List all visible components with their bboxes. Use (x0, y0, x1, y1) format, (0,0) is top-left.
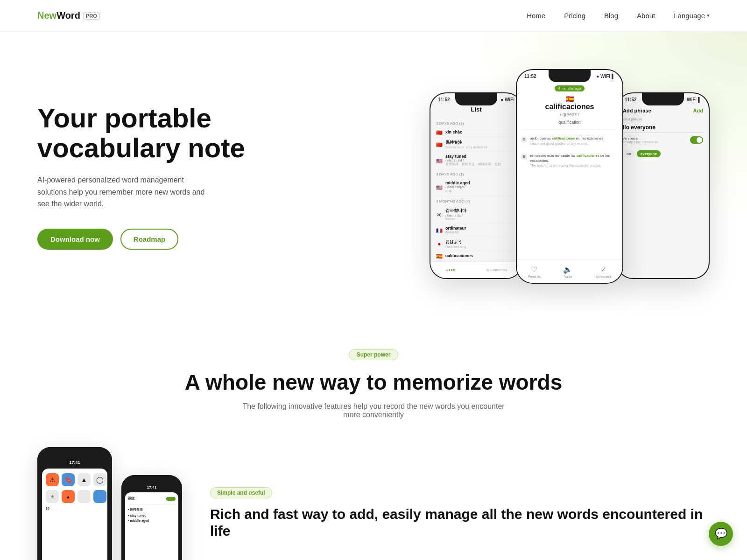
list-item[interactable]: 🇰🇷 감사합니다 / kæmz dʒ / thanks (436, 205, 516, 224)
logo-pro: PRO (83, 12, 100, 20)
months-badge: 4 months ago (555, 85, 585, 91)
sentence-1: ☰ recibí buenas calificaciones en mis ex… (517, 133, 622, 149)
chevron-down-icon: ▾ (707, 13, 710, 19)
features-section: Super power A whole new way to memorize … (0, 312, 747, 560)
group-label-0: 2 DAYS AGO (3) (436, 121, 516, 126)
right-phrase-section: cted phrase llo everyone ve space change… (617, 115, 709, 148)
right-title: Add phrase (623, 108, 651, 113)
feature-phone-1: 17:41 ⚠ 🔖 ▲ ◯ ⚠ ▲ (37, 447, 112, 560)
nav-home[interactable]: Home (527, 12, 545, 20)
hero-section: Your portable vocabulary note AI-powered… (0, 32, 747, 312)
unlearned-action[interactable]: ✓ Unlearned (596, 265, 611, 278)
superpower-badge: Super power (349, 349, 399, 360)
navbar: NewWord PRO Home Pricing Blog About Lang… (0, 0, 747, 32)
feature-phones: 17:41 ⚠ 🔖 ▲ ◯ ⚠ ▲ (37, 447, 182, 560)
toggle-switch[interactable] (690, 136, 703, 144)
language-label: Language (674, 12, 705, 20)
phrase-input[interactable]: llo everyone (623, 123, 703, 133)
left-list-title: List (430, 104, 522, 117)
chat-icon: 💬 (715, 528, 727, 540)
phone-right: 11:52 WiFi ▌ Add phrase Add cted phrase … (616, 92, 710, 279)
feature-row-1: 17:41 ⚠ 🔖 ▲ ◯ ⚠ ▲ (37, 447, 710, 560)
feature-phone-2: 17:41 词汇 • 保持专注 • stay tuned • middle ag… (121, 475, 182, 560)
hero-text: Your portable vocabulary note AI-powered… (37, 103, 261, 249)
feature1-title: Rich and fast way to add, easily manage … (210, 506, 710, 539)
phone-center: 11:52 ● WiFi ▌ 4 months ago 🇪🇸 calificac… (516, 69, 623, 284)
center-flag: 🇪🇸 (517, 95, 622, 103)
list-item[interactable]: 🇨🇳 保持专注 Stay focused, stay dedicated (436, 137, 516, 152)
roadmap-button[interactable]: Roadmap (120, 229, 178, 250)
chip-everyone[interactable]: everyone (637, 150, 661, 157)
phone-mockups: 11:52 ● WiFi List 2 DAYS AGO (3) 🇨🇳 xin … (430, 60, 710, 293)
sentence-2: ☰ el maestro está revisando las califica… (517, 151, 622, 171)
nav-links: Home Pricing Blog About Language ▾ (527, 12, 710, 20)
favorite-action[interactable]: ♡ Favorite (529, 265, 540, 278)
phone-left: 11:52 ● WiFi List 2 DAYS AGO (3) 🇨🇳 xin … (430, 92, 523, 279)
phone-center-screen: 11:52 ● WiFi ▌ 4 months ago 🇪🇸 calificac… (517, 70, 622, 283)
nav-about[interactable]: About (637, 12, 655, 20)
right-header: Add phrase Add (617, 104, 709, 115)
toggle-desc: changes the Chinese ex. (623, 140, 659, 144)
download-button[interactable]: Download now (37, 229, 113, 250)
right-time: 11:52 (625, 97, 637, 102)
features-subtitle: The following innovative features help y… (233, 402, 514, 419)
phrase-label: cted phrase (623, 117, 703, 121)
phone-left-screen: 11:52 ● WiFi List 2 DAYS AGO (3) 🇨🇳 xin … (430, 93, 522, 278)
left-time: 11:52 (438, 97, 450, 102)
toggle-row: ve space changes the Chinese ex. (623, 136, 703, 144)
list-item[interactable]: 🇨🇳 xin chào (436, 127, 516, 137)
feature-text-1: Simple and useful Rich and fast way to a… (210, 487, 710, 547)
list-item[interactable]: 🇪🇸 calificaciones (436, 251, 516, 261)
phone-right-screen: 11:52 WiFi ▌ Add phrase Add cted phrase … (617, 93, 709, 278)
list-item[interactable]: 🇺🇸 middle aged / mɪdl eɪdʒd / 中年 (436, 178, 516, 196)
hero-buttons: Download now Roadmap (37, 229, 261, 250)
simple-badge: Simple and useful (210, 487, 272, 498)
collection-tab[interactable]: ⊞ Collection (486, 268, 507, 272)
center-bottom-bar: ♡ Favorite 🔈 Audio ✓ Unlearned (517, 259, 622, 283)
list-item[interactable]: 🇯🇵 おはよう Good morning (436, 237, 516, 251)
features-title: A whole new way to memorize words (37, 370, 710, 395)
logo-new: New (37, 10, 56, 21)
right-add-btn[interactable]: Add (693, 108, 703, 113)
group-label-2: 4 MONTHS AGO (4) (436, 199, 516, 203)
list-tab[interactable]: ≡ List (446, 268, 456, 272)
center-definition: qualification (517, 120, 622, 125)
logo[interactable]: NewWord PRO (37, 10, 100, 21)
logo-word: Word (56, 10, 80, 21)
list-item[interactable]: 🇫🇷 ordinateur computer (436, 224, 516, 237)
chip-no[interactable]: no (623, 150, 635, 157)
nav-blog[interactable]: Blog (604, 12, 618, 20)
center-time: 11:52 (524, 74, 536, 79)
nav-pricing[interactable]: Pricing (564, 12, 585, 20)
hero-title: Your portable vocabulary note (37, 103, 261, 163)
center-word: calificaciones (517, 103, 622, 111)
group-label-1: 3 DAYS AGO (1) (436, 172, 516, 176)
center-phonetic: / greedz / (517, 112, 622, 117)
toggle-label: ve space (623, 136, 659, 140)
hero-subtitle: AI-powered personalized word management … (37, 174, 215, 210)
audio-action[interactable]: 🔈 Audio (563, 265, 572, 278)
list-item[interactable]: 🇺🇸 stay tuned / steɪ tjuːnd / 敬请期待，保持关注，… (436, 152, 516, 169)
chat-button[interactable]: 💬 (709, 522, 733, 546)
language-selector[interactable]: Language ▾ (674, 12, 710, 20)
right-chips: no everyone (617, 148, 709, 159)
